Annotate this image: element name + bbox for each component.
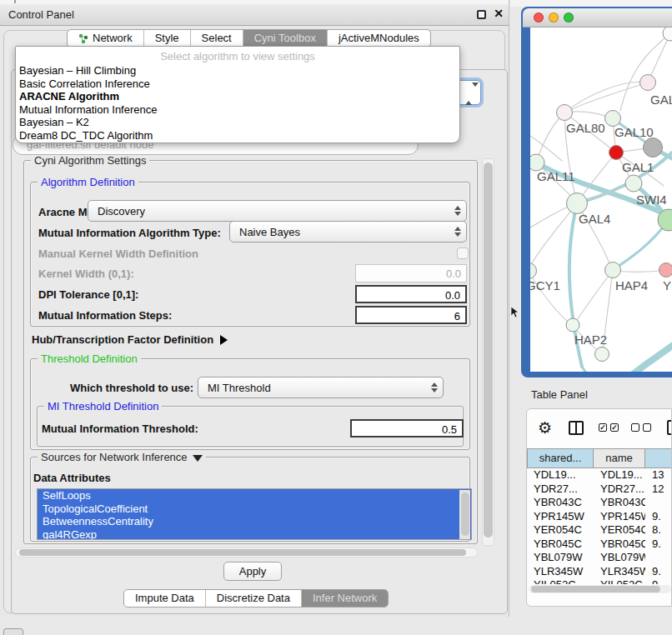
manual-kernel-checkbox[interactable] bbox=[457, 248, 469, 259]
network-node-label: GAL80 bbox=[566, 121, 605, 135]
cyni-algorithm-settings-label: Cyni Algorithm Settings bbox=[31, 154, 149, 167]
table-cell: 9. bbox=[645, 538, 672, 552]
table-cell: YDL19... bbox=[527, 468, 594, 482]
table-cell: YPR145W bbox=[527, 510, 594, 524]
table-column-header-name[interactable]: name bbox=[594, 448, 645, 468]
network-node-gal[interactable] bbox=[640, 75, 656, 91]
hub-definition-disclosure[interactable]: Hub/Transcription Factor Definition bbox=[32, 333, 228, 346]
mi-type-combo[interactable]: Naive Bayes bbox=[229, 221, 467, 242]
network-canvas[interactable]: GALGAL80GAL10GAL1GAL11SWI4GAL4GCY1HAP4YH… bbox=[530, 28, 672, 372]
network-node[interactable] bbox=[644, 138, 663, 158]
network-edge[interactable] bbox=[570, 82, 648, 110]
tab-infer-network[interactable]: Infer Network bbox=[301, 590, 388, 607]
network-node-hap4[interactable] bbox=[605, 262, 621, 278]
kernel-width-field[interactable]: 0.0 bbox=[355, 264, 467, 282]
tab-cyni-toolbox[interactable]: Cyni Toolbox bbox=[243, 30, 327, 47]
data-attribute-item[interactable]: gal4RGexp bbox=[38, 528, 471, 541]
attributes-scrollbar-thumb[interactable] bbox=[461, 492, 469, 536]
data-attribute-item[interactable]: TopologicalCoefficient bbox=[38, 502, 471, 516]
show-checked-columns-icon[interactable]: ✓✓ bbox=[599, 423, 619, 432]
tab-select[interactable]: Select bbox=[190, 30, 243, 47]
table-row[interactable]: YPR145WYPR145W9. bbox=[527, 510, 672, 524]
attributes-scrollbar[interactable] bbox=[459, 490, 470, 540]
data-attributes-list[interactable]: SelfLoopsTopologicalCoefficientBetweenne… bbox=[37, 488, 472, 540]
sources-group-label[interactable]: Sources for Network Inference bbox=[38, 451, 206, 463]
new-column-icon[interactable] bbox=[667, 420, 672, 435]
table-horizontal-scrollbar[interactable] bbox=[529, 585, 671, 593]
minimize-traffic-light-icon[interactable] bbox=[549, 12, 559, 22]
tab-network[interactable]: Network bbox=[68, 30, 143, 47]
data-attribute-item[interactable]: BetweennessCentrality bbox=[38, 515, 471, 528]
network-node[interactable] bbox=[595, 348, 609, 362]
table-column-header-shared[interactable]: shared... bbox=[527, 448, 594, 468]
table-cell: 12 bbox=[645, 482, 672, 497]
table-cell: 9. bbox=[645, 578, 672, 584]
network-edge[interactable] bbox=[609, 346, 672, 372]
settings-vertical-thumb[interactable] bbox=[484, 162, 493, 538]
algorithm-option[interactable]: Dream8 DC_TDC Algorithm bbox=[16, 129, 459, 142]
network-node-gal4[interactable] bbox=[567, 193, 588, 214]
table-row[interactable]: YER054CYER054C8. bbox=[527, 523, 672, 538]
algorithm-option[interactable]: ARACNE Algorithm bbox=[16, 90, 459, 103]
table-cell: YER054C bbox=[527, 523, 594, 538]
settings-vertical-scrollbar[interactable] bbox=[482, 158, 494, 546]
network-node-label: GAL bbox=[650, 92, 672, 107]
table-row[interactable]: YIL052CYIL052C9. bbox=[527, 578, 672, 584]
algorithm-option[interactable]: Bayesian – Hill Climbing bbox=[16, 64, 459, 78]
mi-threshold-field[interactable]: 0.5 bbox=[350, 419, 464, 438]
table-row[interactable]: YBL079WYBL079W bbox=[527, 551, 672, 565]
float-window-icon[interactable] bbox=[477, 10, 486, 19]
aracne-mode-combo[interactable]: Discovery bbox=[88, 200, 467, 222]
tab-label: Network bbox=[93, 30, 133, 47]
tab-impute-data[interactable]: Impute Data bbox=[124, 590, 205, 607]
disclosure-collapsed-icon[interactable] bbox=[220, 335, 228, 345]
algorithm-option[interactable]: Mutual Information Inference bbox=[16, 103, 459, 117]
table-row[interactable]: YBR043CYBR043C bbox=[527, 496, 672, 510]
table-row[interactable]: YDL19...YDL19...13 bbox=[527, 468, 672, 482]
dpi-tolerance-field[interactable]: 0.0 bbox=[355, 285, 467, 303]
algorithm-option[interactable]: Bayesian – K2 bbox=[16, 116, 459, 129]
network-node-y[interactable] bbox=[659, 263, 672, 278]
network-node-label: GAL10 bbox=[614, 125, 654, 139]
zoom-traffic-light-icon[interactable] bbox=[564, 12, 574, 22]
data-attributes-label: Data Attributes bbox=[33, 472, 111, 484]
table-cell: YBR045C bbox=[594, 538, 645, 552]
network-edge[interactable] bbox=[582, 367, 605, 372]
settings-horizontal-scrollbar[interactable] bbox=[15, 548, 478, 558]
table-row[interactable]: YBR045CYBR045C9. bbox=[527, 538, 672, 552]
network-node-gal11[interactable] bbox=[530, 154, 544, 171]
table-cell bbox=[645, 551, 672, 565]
split-columns-icon[interactable] bbox=[569, 421, 584, 435]
table-cell: YBL079W bbox=[594, 551, 645, 565]
table-horizontal-thumb[interactable] bbox=[531, 586, 660, 592]
close-traffic-light-icon[interactable] bbox=[534, 12, 544, 22]
network-view-window[interactable]: GALGAL80GAL10GAL1GAL11SWI4GAL4GCY1HAP4YH… bbox=[521, 7, 672, 378]
network-node-gcy1[interactable] bbox=[530, 263, 537, 279]
gear-icon[interactable]: ⚙ bbox=[538, 418, 552, 438]
tab-discretize-data[interactable]: Discretize Data bbox=[205, 590, 301, 607]
data-attribute-item[interactable]: SelfLoops bbox=[38, 489, 471, 502]
table-column-header-a[interactable]: A bbox=[645, 448, 672, 468]
network-node-swi4[interactable] bbox=[625, 175, 642, 192]
table-cell: YDR27... bbox=[594, 482, 645, 497]
which-threshold-combo[interactable]: MI Threshold bbox=[198, 377, 444, 398]
tab-style[interactable]: Style bbox=[143, 30, 190, 47]
algorithm-option[interactable]: Basic Correlation Inference bbox=[16, 78, 459, 91]
tab-jactivemnodules[interactable]: jActiveMNodules bbox=[327, 30, 430, 47]
close-icon[interactable]: ✕ bbox=[494, 7, 504, 20]
mi-steps-field[interactable]: 6 bbox=[355, 306, 467, 324]
bottom-corner-button[interactable] bbox=[3, 628, 23, 635]
toolbox-tab-bar: NetworkStyleSelectCyni ToolboxjActiveMNo… bbox=[67, 29, 431, 48]
network-graph[interactable]: GALGAL80GAL10GAL1GAL11SWI4GAL4GCY1HAP4YH… bbox=[530, 28, 672, 372]
table-row[interactable]: YLR345WYLR345W9. bbox=[527, 565, 672, 579]
data-tools-tab-bar: Impute DataDiscretize DataInfer Network bbox=[123, 589, 389, 608]
network-node-hap2[interactable] bbox=[566, 318, 579, 332]
apply-button[interactable]: Apply bbox=[223, 562, 282, 581]
network-node-gal10[interactable] bbox=[605, 111, 621, 127]
network-edge[interactable] bbox=[614, 270, 666, 272]
settings-horizontal-thumb[interactable] bbox=[19, 549, 466, 556]
hide-columns-icon[interactable] bbox=[631, 423, 651, 432]
table-row[interactable]: YDR27...YDR27...12 bbox=[527, 482, 672, 497]
network-node-gal80[interactable] bbox=[557, 105, 573, 121]
network-node-gal1[interactable] bbox=[609, 146, 624, 160]
